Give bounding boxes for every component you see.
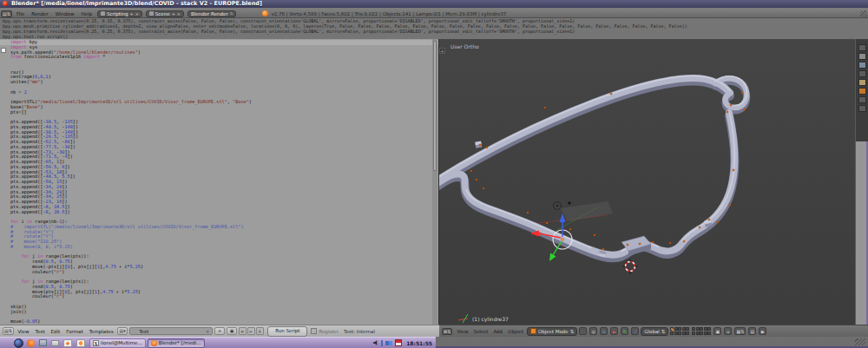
line-numbers-toggle[interactable]: ≡ <box>239 327 247 335</box>
layer-buttons-right[interactable] <box>692 327 711 335</box>
render-tab-icon[interactable] <box>858 53 866 60</box>
properties-tabs[interactable] <box>856 39 868 141</box>
layer-button[interactable] <box>674 327 678 331</box>
scrollbar-thumb[interactable] <box>433 41 437 171</box>
text-menu-view[interactable]: View <box>17 329 29 334</box>
volume-icon[interactable] <box>373 340 378 345</box>
screen-layout-selector[interactable]: Scripting + × <box>97 10 142 17</box>
code-area[interactable]: import bpyimport syssys.path.append("/ho… <box>0 40 438 325</box>
layer-button[interactable] <box>686 327 689 331</box>
gimp-launcher-icon[interactable] <box>63 339 72 347</box>
layer-button[interactable] <box>692 327 695 331</box>
taskbar-window-button[interactable]: Blender* [/medi... <box>148 338 205 348</box>
layer-button[interactable] <box>682 327 686 331</box>
register-checkbox[interactable] <box>311 328 317 334</box>
new-text-button[interactable]: + <box>214 327 225 335</box>
layer-button[interactable] <box>686 332 689 335</box>
layer-button[interactable] <box>674 332 678 335</box>
layer-button[interactable] <box>704 332 707 335</box>
opengl-render-icon[interactable]: ▤ <box>748 327 756 335</box>
syntax-highlight-toggle[interactable]: A <box>256 327 264 335</box>
firefox-launcher-icon[interactable] <box>27 339 35 347</box>
text-menu-text[interactable]: Text <box>35 329 44 334</box>
open-text-button[interactable]: ▣ <box>227 327 237 335</box>
info-log[interactable]: bpy.ops.transform.resize(value=(0.15, 0.… <box>0 18 868 39</box>
mode-dropdown[interactable]: Object Mode ⇅ <box>527 327 577 336</box>
viewport-3d-scene[interactable] <box>439 39 868 325</box>
area-corner-widget[interactable] <box>860 10 867 17</box>
texture-tab-icon[interactable] <box>858 96 866 103</box>
pivot-point-dropdown[interactable]: ◎ <box>589 327 597 335</box>
layer-button[interactable] <box>696 332 700 335</box>
manipulator-toggle[interactable]: ⊹ <box>600 327 608 335</box>
properties-panel-collapsed[interactable] <box>855 39 868 325</box>
resize-grip-icon[interactable] <box>855 338 865 345</box>
text-datablock-field[interactable]: Text ✕ <box>129 327 213 335</box>
editor-type-button[interactable]: ▤⇅ <box>1 10 12 17</box>
bluetooth-icon[interactable] <box>381 340 383 346</box>
layer-button[interactable] <box>670 332 674 335</box>
text-editor[interactable]: import bpyimport syssys.path.append("/ho… <box>0 39 439 325</box>
layer-button[interactable] <box>696 327 700 331</box>
viewport-menu-object[interactable]: Object <box>508 329 523 334</box>
band-pin[interactable] <box>475 141 712 258</box>
orientation-dropdown[interactable]: Global ⇅ <box>641 327 668 336</box>
text-menu-templates[interactable]: Templates <box>89 329 114 334</box>
object-tab-icon[interactable] <box>858 79 866 86</box>
text-menu-edit[interactable]: Edit <box>51 329 61 334</box>
menu-window[interactable]: Window <box>56 11 75 16</box>
layer-button[interactable] <box>700 332 703 335</box>
window-titlebar[interactable]: Blender* [/media/lionel/Imprimante3D/ble… <box>0 0 868 8</box>
scene-tab-icon[interactable] <box>858 62 866 69</box>
modifier-tab-icon[interactable] <box>858 105 866 112</box>
region-expand-icon[interactable]: + <box>439 48 445 54</box>
unlink-icon[interactable]: ✕ <box>206 329 209 334</box>
translate-manipulator-icon[interactable]: ► <box>610 327 618 335</box>
show-desktop-icon[interactable] <box>51 340 59 346</box>
editor-scrollbar[interactable] <box>432 39 437 325</box>
cursor-3d[interactable] <box>623 259 638 274</box>
screen-add-icon[interactable]: + <box>129 11 133 16</box>
viewport-3d[interactable]: User Ortho + (1) cylindre37 <box>439 39 868 325</box>
layer-button[interactable] <box>707 332 711 335</box>
menu-help[interactable]: Help <box>81 11 92 16</box>
scene-selector[interactable]: Scene + × <box>146 10 184 17</box>
scene-delete-icon[interactable]: × <box>177 11 181 16</box>
lock-icon[interactable]: ▣ <box>713 327 721 335</box>
app-menu-button[interactable] <box>14 338 23 348</box>
layer-button[interactable] <box>700 327 703 331</box>
viewport-shading-dropdown[interactable] <box>579 327 587 335</box>
datablock-browse-button[interactable]: ▤▾ <box>117 327 128 335</box>
render-engine-dropdown[interactable]: Blender Render ⇅ <box>187 10 236 17</box>
run-script-button[interactable]: Run Script <box>267 326 307 337</box>
scale-manipulator-icon[interactable]: ∕ <box>631 327 639 335</box>
layer-button[interactable] <box>704 327 707 331</box>
network-icon[interactable] <box>385 341 392 345</box>
menu-file[interactable]: File <box>16 11 24 16</box>
word-wrap-toggle[interactable]: ↵ <box>247 327 255 335</box>
screen-delete-icon[interactable]: × <box>135 11 139 16</box>
layer-button[interactable] <box>692 332 695 335</box>
layer-button[interactable] <box>707 327 711 331</box>
rotate-manipulator-icon[interactable]: ↻ <box>621 327 628 335</box>
viewport-menu-add[interactable]: Add <box>493 329 503 334</box>
text-menu-format[interactable]: Format <box>66 329 82 334</box>
notification-icon[interactable] <box>395 339 402 346</box>
layer-button[interactable] <box>682 332 686 335</box>
blender-launcher-icon[interactable] <box>76 339 85 347</box>
editor-type-button[interactable]: ⊞⇅ <box>442 328 452 335</box>
snap-element-dropdown[interactable]: ▦⇅ <box>734 327 746 335</box>
layer-button[interactable] <box>678 332 681 335</box>
world-tab-icon[interactable] <box>858 70 866 77</box>
editor-type-button[interactable]: ▤⇅ <box>3 327 14 335</box>
taskbar-window-button[interactable]: Xlionel@Multime... <box>89 338 146 348</box>
scene-add-icon[interactable]: + <box>172 11 175 16</box>
menu-render[interactable]: Render <box>31 11 49 16</box>
snap-magnet-icon[interactable]: ∪ <box>724 327 732 335</box>
viewport-menu-view[interactable]: View <box>457 329 468 334</box>
opengl-render-anim-icon[interactable]: ▶ <box>759 327 766 335</box>
layer-button[interactable] <box>670 327 674 331</box>
viewport-menu-select[interactable]: Select <box>473 329 488 334</box>
file-manager-launcher-icon[interactable] <box>39 339 47 346</box>
layer-buttons-left[interactable] <box>670 327 689 335</box>
